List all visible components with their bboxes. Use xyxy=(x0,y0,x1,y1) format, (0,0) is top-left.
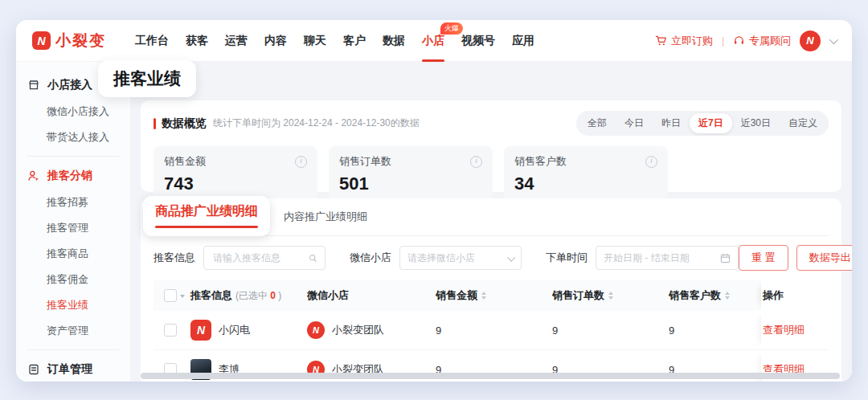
promoter-name: 小闪电 xyxy=(219,323,250,337)
sidebar-divider xyxy=(27,349,120,350)
brand-logo[interactable]: N 小裂变 xyxy=(32,31,106,51)
nav-item-channels[interactable]: 视频号 xyxy=(461,34,495,48)
reset-button[interactable]: 重 置 xyxy=(739,245,788,271)
tab-content-promotion-detail[interactable]: 内容推广业绩明细 xyxy=(284,210,367,224)
sales-orders-value: 9 xyxy=(552,324,669,337)
active-tab-underline xyxy=(422,59,444,62)
stat-value: 743 xyxy=(164,173,307,194)
table-row: N 小闪电 N 小裂变团队 9 9 9 查看明细 xyxy=(154,311,829,350)
row-checkbox[interactable] xyxy=(164,324,177,337)
export-data-button[interactable]: 数据导出 xyxy=(796,245,852,271)
nav-item-apps[interactable]: 应用 xyxy=(512,34,534,48)
select-all-checkbox[interactable] xyxy=(164,289,177,302)
sort-icon[interactable] xyxy=(725,289,730,302)
advisor-label: 专属顾问 xyxy=(749,34,791,48)
stat-card-sales-customers: 销售客户数 i 34 xyxy=(504,146,668,202)
stat-value: 34 xyxy=(514,173,657,194)
sidebar-item-promoter-manage[interactable]: 推客管理 xyxy=(16,215,130,241)
nav-item-operation[interactable]: 运营 xyxy=(225,34,248,48)
range-tab-last7days[interactable]: 近7日 xyxy=(690,113,732,133)
date-range-picker[interactable]: 开始日期 - 结束日期 xyxy=(596,246,739,270)
sort-icon[interactable] xyxy=(608,289,613,302)
view-detail-link[interactable]: 查看明细 xyxy=(763,323,805,337)
sidebar-item-asset-manage[interactable]: 资产管理 xyxy=(16,318,130,344)
order-document-icon xyxy=(27,363,40,376)
sidebar-item-promoter-performance[interactable]: 推客业绩 xyxy=(16,292,130,318)
nav-item-acquisition[interactable]: 获客 xyxy=(186,34,208,48)
range-tab-last30days[interactable]: 近30日 xyxy=(732,113,780,133)
range-tab-custom[interactable]: 自定义 xyxy=(780,113,826,133)
main-content: 数据概览 统计下单时间为 2024-12-24 - 2024-12-30的数据 … xyxy=(130,62,852,382)
range-tab-today[interactable]: 今日 xyxy=(616,113,653,133)
sidebar-item-promoter-recruit[interactable]: 推客招募 xyxy=(16,190,130,215)
section-accent-bar xyxy=(154,118,156,129)
promoter-filter-label: 推客信息 xyxy=(154,251,195,265)
info-icon[interactable]: i xyxy=(645,156,657,168)
user-avatar[interactable]: N xyxy=(800,31,821,51)
topbar-actions: 立即订购 | 专属顾问 N xyxy=(655,31,836,51)
stat-label: 销售订单数 xyxy=(339,154,391,169)
shop-logo-icon: N xyxy=(307,321,325,339)
sidebar-group-label: 订单管理 xyxy=(47,362,92,377)
select-menu-caret-icon[interactable] xyxy=(180,295,185,300)
nav-item-workbench[interactable]: 工作台 xyxy=(135,34,169,48)
sidebar-group-promoter-distribution[interactable]: 推客分销 xyxy=(16,162,130,190)
column-header-shop: 微信小店 xyxy=(307,288,349,303)
nav-item-chat[interactable]: 聊天 xyxy=(304,34,326,48)
sidebar-divider xyxy=(27,156,120,157)
promoter-search-input[interactable] xyxy=(211,251,304,264)
column-header-promoter: 推客信息 xyxy=(190,288,232,303)
stat-value: 501 xyxy=(339,173,482,194)
sort-icon[interactable] xyxy=(481,289,486,302)
nav-item-data[interactable]: 数据 xyxy=(383,34,405,48)
sidebar-item-wechat-shop-access[interactable]: 微信小店接入 xyxy=(16,99,130,124)
page-title: 推客业绩 xyxy=(98,60,196,97)
sidebar-item-promoter-commission[interactable]: 推客佣金 xyxy=(16,267,130,292)
sidebar-group-order-manage[interactable]: 订单管理 xyxy=(16,356,130,382)
sidebar: 小店接入 微信小店接入 带货达人接入 推客分销 推客招募 推客管理 推客商品 推… xyxy=(16,62,130,382)
detail-tabs: 商品推广业绩明细 内容推广业绩明细 xyxy=(154,198,829,236)
stat-card-sales-orders: 销售订单数 i 501 xyxy=(329,146,493,202)
sales-customers-value: 9 xyxy=(669,324,761,337)
tab-goods-promotion-detail[interactable]: 商品推广业绩明细 xyxy=(143,196,270,236)
chevron-down-icon[interactable] xyxy=(829,35,838,43)
headset-icon xyxy=(733,35,745,47)
range-tab-all[interactable]: 全部 xyxy=(579,113,616,133)
nav-item-shop[interactable]: 小店 火爆 xyxy=(422,34,444,48)
overview-section-title: 数据概览 xyxy=(162,116,207,131)
app-window: N 小裂变 工作台 获客 运营 内容 聊天 客户 数据 小店 火爆 视频号 应用… xyxy=(16,20,852,382)
brand-logo-icon: N xyxy=(32,31,51,50)
nav-item-customer[interactable]: 客户 xyxy=(343,34,366,48)
column-header-customers: 销售客户数 xyxy=(669,288,721,303)
date-range-segmented-control: 全部 今日 昨日 近7日 近30日 自定义 xyxy=(576,111,829,136)
sidebar-item-promoter-goods[interactable]: 推客商品 xyxy=(16,241,130,267)
main-nav: 工作台 获客 运营 内容 聊天 客户 数据 小店 火爆 视频号 应用 xyxy=(135,34,534,48)
promoter-search-field[interactable] xyxy=(203,246,326,270)
shop-select[interactable]: 请选择微信小店 xyxy=(399,246,522,270)
nav-item-content[interactable]: 内容 xyxy=(264,34,287,48)
active-tab-underline xyxy=(155,226,258,228)
column-header-action: 操作 xyxy=(763,288,784,303)
sidebar-item-influencer-access[interactable]: 带货达人接入 xyxy=(16,124,130,150)
stat-card-sales-amount: 销售金额 i 743 xyxy=(154,146,317,202)
order-time-filter-label: 下单时间 xyxy=(546,251,588,265)
chevron-down-icon xyxy=(507,253,515,261)
order-now-button[interactable]: 立即订购 xyxy=(655,34,713,48)
horizontal-scrollbar[interactable] xyxy=(141,373,840,379)
topbar-divider: | xyxy=(722,35,724,47)
search-icon xyxy=(309,253,317,263)
shop-filter-label: 微信小店 xyxy=(350,251,391,265)
range-tab-yesterday[interactable]: 昨日 xyxy=(653,113,690,133)
promoter-person-icon xyxy=(27,169,40,182)
stat-label: 销售金额 xyxy=(164,154,206,169)
stat-cards-row: 销售金额 i 743 销售订单数 i 501 销 xyxy=(154,146,829,202)
advisor-button[interactable]: 专属顾问 xyxy=(733,34,791,48)
info-icon[interactable]: i xyxy=(470,156,482,168)
sales-amount-value: 9 xyxy=(436,324,552,337)
shop-name: 小裂变团队 xyxy=(332,323,384,337)
cart-icon xyxy=(655,35,667,47)
nav-item-shop-label: 小店 xyxy=(422,34,444,47)
date-range-placeholder: 开始日期 - 结束日期 xyxy=(604,251,715,265)
overview-subtitle: 统计下单时间为 2024-12-24 - 2024-12-30的数据 xyxy=(213,116,420,130)
info-icon[interactable]: i xyxy=(295,156,307,168)
